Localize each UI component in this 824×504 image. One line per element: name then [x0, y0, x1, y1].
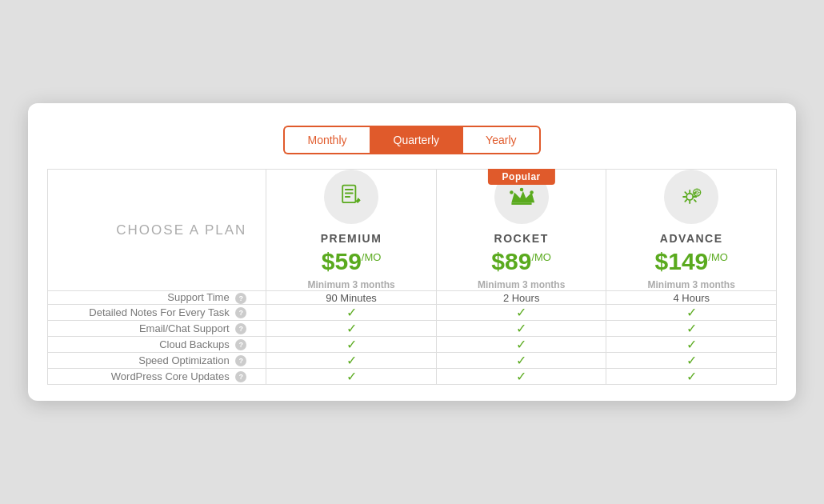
feature-row: WordPress Core Updates ?✓✓✓: [48, 368, 777, 384]
info-icon[interactable]: ?: [235, 293, 246, 304]
feature-value: ✓: [436, 320, 606, 336]
svg-point-1: [510, 191, 514, 195]
rocket-plan-name: ROCKET: [437, 232, 606, 245]
checkmark-icon: ✓: [686, 306, 697, 319]
feature-value: ✓: [266, 352, 437, 368]
feature-value: ✓: [606, 304, 777, 320]
feature-value: ✓: [266, 320, 437, 336]
document-icon: [337, 182, 366, 211]
gear-icon: [677, 182, 706, 211]
premium-icon-circle: [324, 170, 378, 224]
feature-row: Support Time ?90 Minutes2 Hours4 Hours: [48, 291, 777, 305]
crown-icon: [507, 182, 536, 211]
feature-value: ✓: [436, 368, 606, 384]
feature-row: Speed Optimization ?✓✓✓: [48, 352, 777, 368]
premium-plan-minimum: Minimum 3 months: [266, 279, 436, 290]
info-icon[interactable]: ?: [235, 355, 246, 366]
feature-label: Speed Optimization ?: [48, 352, 266, 368]
checkmark-icon: ✓: [686, 338, 697, 351]
advance-plan-name: ADVANCE: [606, 232, 776, 245]
feature-value: ✓: [266, 304, 437, 320]
info-icon[interactable]: ?: [235, 307, 246, 318]
premium-plan-name: PREMIUM: [266, 232, 436, 245]
checkmark-icon: ✓: [346, 306, 357, 319]
feature-value: ✓: [606, 320, 777, 336]
feature-value: ✓: [436, 352, 606, 368]
plan-header-row: CHOOSE A PLAN PREMIUM: [48, 170, 777, 291]
feature-value: ✓: [606, 368, 777, 384]
rocket-plan-minimum: Minimum 3 months: [437, 279, 606, 290]
advance-icon-circle: [664, 170, 718, 224]
checkmark-icon: ✓: [516, 322, 526, 335]
checkmark-icon: ✓: [346, 370, 357, 383]
checkmark-icon: ✓: [686, 322, 697, 335]
advance-plan-price: $149/MO: [606, 248, 776, 274]
rocket-plan-price: $89/MO: [437, 248, 606, 274]
feature-value: ✓: [436, 304, 606, 320]
feature-value: 90 Minutes: [266, 291, 437, 305]
rocket-plan-header: Popular ROCKET $89/MO: [436, 170, 606, 291]
checkmark-icon: ✓: [516, 306, 526, 319]
popular-badge: Popular: [488, 169, 555, 185]
info-icon[interactable]: ?: [235, 371, 246, 382]
feature-value: ✓: [266, 368, 437, 384]
choose-plan-text: CHOOSE A PLAN: [116, 222, 246, 238]
choose-plan-header: CHOOSE A PLAN: [48, 170, 266, 291]
info-icon[interactable]: ?: [235, 339, 246, 350]
pricing-table: CHOOSE A PLAN PREMIUM: [47, 169, 777, 385]
monthly-toggle[interactable]: Monthly: [283, 126, 369, 154]
feature-value: ✓: [606, 336, 777, 352]
svg-point-3: [530, 191, 534, 195]
feature-label: WordPress Core Updates ?: [48, 368, 266, 384]
feature-label: Email/Chat Support ?: [48, 320, 266, 336]
checkmark-icon: ✓: [686, 370, 697, 383]
checkmark-icon: ✓: [346, 338, 357, 351]
svg-point-4: [686, 194, 693, 200]
checkmark-icon: ✓: [516, 338, 526, 351]
feature-label: Support Time ?: [48, 291, 266, 305]
feature-label: Detailed Notes For Every Task ?: [48, 304, 266, 320]
svg-point-2: [519, 188, 523, 192]
quarterly-toggle[interactable]: Quarterly: [370, 126, 464, 154]
feature-row: Cloud Backups ?✓✓✓: [48, 336, 777, 352]
checkmark-icon: ✓: [346, 354, 357, 367]
feature-label: Cloud Backups ?: [48, 336, 266, 352]
checkmark-icon: ✓: [686, 354, 697, 367]
checkmark-icon: ✓: [516, 354, 526, 367]
info-icon[interactable]: ?: [235, 323, 246, 334]
pricing-card: Monthly Quarterly Yearly CHOOSE A PLAN: [28, 103, 796, 401]
advance-plan-header: ADVANCE $149/MO Minimum 3 months: [606, 170, 777, 291]
advance-plan-minimum: Minimum 3 months: [606, 279, 776, 290]
billing-toggle: Monthly Quarterly Yearly: [47, 126, 777, 154]
premium-plan-price: $59/MO: [266, 248, 436, 274]
feature-value: 2 Hours: [436, 291, 606, 305]
feature-value: ✓: [266, 336, 437, 352]
yearly-toggle[interactable]: Yearly: [463, 126, 540, 154]
feature-row: Detailed Notes For Every Task ?✓✓✓: [48, 304, 777, 320]
feature-value: 4 Hours: [606, 291, 777, 305]
feature-value: ✓: [606, 352, 777, 368]
premium-plan-header: PREMIUM $59/MO Minimum 3 months: [266, 170, 437, 291]
checkmark-icon: ✓: [346, 322, 357, 335]
checkmark-icon: ✓: [516, 370, 526, 383]
feature-value: ✓: [436, 336, 606, 352]
feature-row: Email/Chat Support ?✓✓✓: [48, 320, 777, 336]
